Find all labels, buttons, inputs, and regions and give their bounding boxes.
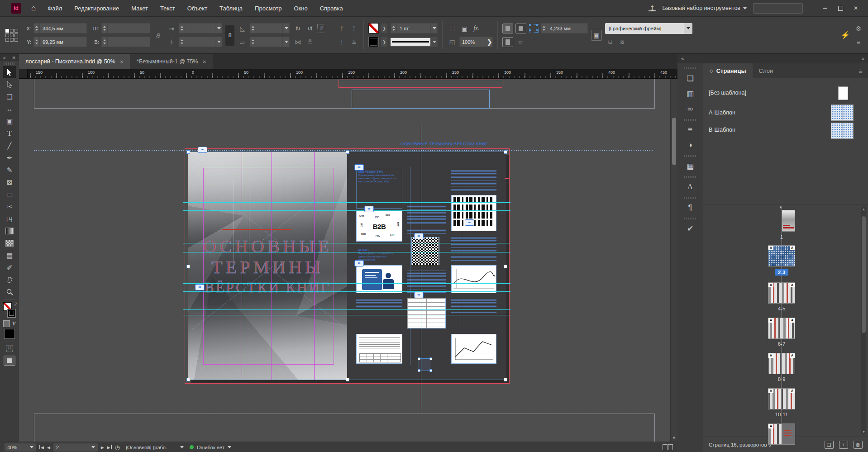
stroke-panel-icon[interactable]: ≡ bbox=[682, 122, 698, 138]
pasteboard[interactable]: ОСНОВНЫЕ ТЕРМИНЫ ВЁРСТКИ КНИГ ОСНОВНЫЕ Т… bbox=[19, 79, 677, 442]
add-page-icon[interactable]: + bbox=[839, 441, 848, 449]
canvas-scrollbar-thumb[interactable] bbox=[672, 118, 676, 165]
text-block[interactable] bbox=[356, 298, 402, 310]
shear-stepper[interactable] bbox=[250, 37, 256, 47]
search-input[interactable] bbox=[753, 3, 803, 14]
menu-view[interactable]: Просмотр bbox=[255, 5, 281, 12]
rotation-stepper[interactable] bbox=[250, 23, 256, 33]
workspace-switcher[interactable]: Базовый набор инструментов bbox=[663, 5, 747, 11]
link-badge-icon[interactable]: ∞ bbox=[465, 219, 474, 226]
width-field[interactable] bbox=[101, 23, 150, 33]
direct-selection-tool[interactable] bbox=[3, 78, 16, 90]
guide-magenta-v[interactable] bbox=[314, 152, 315, 380]
preflight-menu-icon[interactable]: ◷ bbox=[115, 444, 120, 451]
eyedropper-tool[interactable]: ✐ bbox=[3, 262, 16, 274]
ruler-origin-box[interactable] bbox=[19, 69, 28, 78]
panel-menu-icon[interactable]: ≡ bbox=[853, 63, 868, 78]
text-wrap-none-icon[interactable] bbox=[502, 24, 513, 33]
stroke-weight-field[interactable]: 1 пт bbox=[391, 23, 438, 33]
strip-grip[interactable] bbox=[684, 218, 696, 219]
cover-page[interactable]: ОСНОВНЫЕ ТЕРМИНЫ ВЁРСТКИ КНИГ bbox=[188, 152, 347, 380]
swap-fill-stroke-icon[interactable]: ⤸ bbox=[14, 301, 17, 306]
gradient-feather-tool[interactable] bbox=[3, 237, 16, 249]
shear-angle-field[interactable] bbox=[250, 37, 290, 47]
align-bottom-icon[interactable]: ⊥ bbox=[337, 37, 347, 47]
text-block[interactable] bbox=[407, 206, 446, 224]
flip-vertical-icon[interactable]: ≚ bbox=[305, 37, 315, 47]
text-wrap-jump-icon[interactable] bbox=[502, 37, 513, 47]
reference-point-proxy[interactable] bbox=[5, 29, 18, 42]
scale-x-field[interactable] bbox=[179, 23, 222, 33]
chart-image[interactable] bbox=[451, 334, 496, 364]
stroke-type-field[interactable] bbox=[391, 37, 438, 47]
strip-grip[interactable] bbox=[684, 67, 696, 69]
page-tool[interactable]: ❏ bbox=[3, 90, 16, 103]
scale-x-stepper[interactable] bbox=[179, 23, 185, 33]
menu-layout[interactable]: Макет bbox=[131, 5, 148, 12]
wordcloud-image[interactable]: B2B CPM SEO SMB CTR TAP LPO MAP PMC bbox=[356, 211, 402, 242]
apply-color-swatch[interactable] bbox=[4, 329, 15, 339]
gap-tool[interactable]: ↔ bbox=[3, 103, 16, 115]
strip-grip[interactable] bbox=[684, 119, 696, 121]
master-b-thumbnail[interactable] bbox=[831, 123, 854, 139]
guide-magenta-v[interactable] bbox=[242, 152, 242, 380]
document-tab-glossary[interactable]: лоссарий - Пискотина.indd @ 50% ✕ bbox=[19, 54, 130, 69]
scroll-down-icon[interactable]: ▼ bbox=[861, 430, 866, 434]
scale-y-stepper[interactable] bbox=[179, 37, 185, 47]
cover-title[interactable]: ОСНОВНЫЕ ТЕРМИНЫ ВЁРСТКИ КНИГ bbox=[188, 236, 347, 298]
illustration-image[interactable] bbox=[356, 265, 402, 293]
master-none-row[interactable]: [Без шаблона] bbox=[703, 85, 868, 101]
scale-y-field[interactable] bbox=[179, 37, 222, 47]
master-a-row[interactable]: А-Шаблон bbox=[703, 105, 868, 121]
style-override-icon[interactable]: ⧉ bbox=[605, 37, 615, 47]
expand-tools-icon[interactable]: » bbox=[3, 55, 6, 60]
strip-grip[interactable] bbox=[684, 197, 696, 199]
x-stepper[interactable] bbox=[33, 23, 40, 33]
selection-handle[interactable] bbox=[504, 265, 507, 268]
tools-grip[interactable] bbox=[5, 62, 14, 65]
link-badge-icon[interactable]: ∞ bbox=[354, 260, 364, 266]
guide-cyan-h[interactable] bbox=[183, 309, 510, 310]
master-a-thumbnail[interactable] bbox=[831, 105, 854, 121]
selection-handle[interactable] bbox=[186, 150, 190, 154]
tab-layers[interactable]: Слои bbox=[753, 63, 780, 78]
glossary-page[interactable]: ОСНОВНЫЕ ТЕРМИНЫ ВЁРСТКИ КНИГ АББРЕВИАТУ… bbox=[347, 152, 506, 380]
close-tab-icon[interactable]: ✕ bbox=[202, 59, 206, 64]
gear-icon[interactable]: ⚙ bbox=[854, 24, 863, 33]
menu-table[interactable]: Таблица bbox=[219, 5, 243, 12]
canvas-scrollbar[interactable]: ▼ bbox=[670, 79, 677, 442]
diagram-image[interactable] bbox=[451, 265, 496, 293]
view-options-icon[interactable]: ⿲ bbox=[3, 343, 16, 353]
style-clear-icon[interactable]: ⧇ bbox=[617, 37, 627, 47]
pages-panel-icon[interactable]: ❏ bbox=[682, 71, 698, 86]
selected-small-frame[interactable] bbox=[419, 358, 431, 371]
links-panel-icon[interactable]: ∞ bbox=[682, 101, 698, 117]
paragraph-styles-panel-icon[interactable]: ¶ bbox=[682, 200, 698, 215]
close-tools-icon[interactable]: ✕ bbox=[12, 55, 16, 60]
cc-libraries-icon[interactable]: ▥ bbox=[682, 86, 698, 101]
object-style-dropdown[interactable] bbox=[684, 23, 692, 34]
page-1-thumbnail[interactable] bbox=[782, 210, 795, 232]
object-style-select[interactable]: [Графический фрейм] bbox=[605, 23, 692, 34]
guide-cyan-h[interactable] bbox=[183, 210, 510, 211]
opacity-field[interactable]: 100% ❯ bbox=[459, 37, 493, 47]
guide-cyan-h[interactable] bbox=[183, 252, 510, 252]
text-block[interactable] bbox=[407, 229, 446, 234]
link-badge-icon[interactable]: ∞ bbox=[414, 292, 424, 298]
space-icon[interactable]: ⫡ bbox=[349, 37, 359, 47]
maximize-button[interactable] bbox=[833, 2, 848, 14]
last-page-button[interactable]: ▶ bbox=[107, 445, 112, 450]
scanned-doc-image[interactable] bbox=[356, 334, 402, 364]
scissors-tool[interactable]: ✂ bbox=[3, 200, 16, 213]
expand-dock-icon[interactable]: » bbox=[862, 56, 864, 61]
gap-field[interactable]: 4,233 мм bbox=[541, 23, 588, 33]
master-none-thumbnail[interactable] bbox=[838, 86, 848, 100]
opacity-dropdown[interactable]: ❯ bbox=[486, 37, 493, 47]
page-number-field[interactable]: 2 bbox=[53, 443, 98, 452]
table-image[interactable] bbox=[407, 298, 446, 328]
minimize-button[interactable] bbox=[817, 2, 833, 14]
pages-6-7-thumbnail[interactable]: A A bbox=[768, 318, 795, 339]
zoom-level-select[interactable]: 40% bbox=[5, 443, 36, 452]
selection-handle[interactable] bbox=[504, 150, 507, 154]
guide-cyan-h[interactable] bbox=[183, 243, 510, 243]
